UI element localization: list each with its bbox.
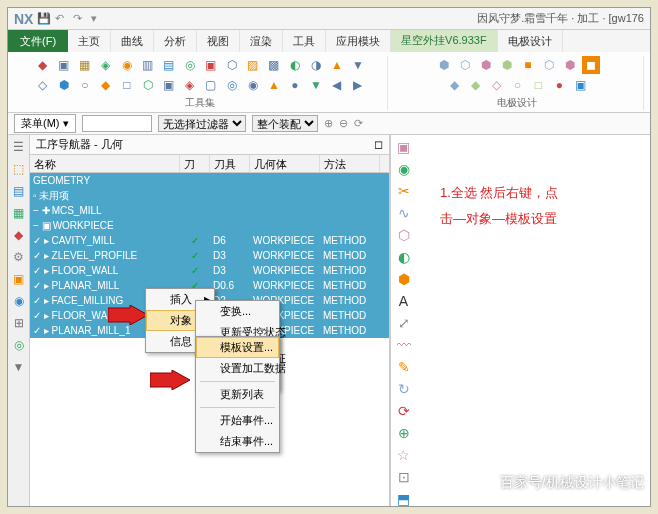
ctx-start[interactable]: 开始事件... bbox=[196, 410, 279, 431]
context-menu-3[interactable]: 模板设置... 设置加工数据 更新列表 开始事件... 结束事件... bbox=[195, 336, 280, 453]
tree-node[interactable]: − ▣ WORKPIECE bbox=[30, 218, 389, 233]
tab-view[interactable]: 视图 bbox=[197, 30, 240, 52]
tree-node[interactable]: ▫ 未用项 bbox=[30, 188, 389, 203]
view-icon[interactable]: ✎ bbox=[394, 359, 414, 375]
view-icon[interactable]: ↻ bbox=[394, 381, 414, 397]
ribbon-icon[interactable]: ▣ bbox=[160, 76, 178, 94]
nav-icon[interactable]: ⚙ bbox=[11, 249, 27, 265]
view-icon[interactable]: ✂ bbox=[394, 183, 414, 199]
tab-home[interactable]: 主页 bbox=[68, 30, 111, 52]
ribbon-icon[interactable]: □ bbox=[529, 76, 547, 94]
view-icon[interactable]: ◐ bbox=[394, 249, 414, 265]
nav-icon[interactable]: ◉ bbox=[11, 293, 27, 309]
scope-select[interactable]: 整个装配 bbox=[252, 115, 318, 132]
ribbon-icon[interactable]: ⬢ bbox=[55, 76, 73, 94]
ribbon-icon[interactable]: ▣ bbox=[571, 76, 589, 94]
nav-icon[interactable]: ◎ bbox=[11, 337, 27, 353]
nav-icon[interactable]: ⬚ bbox=[11, 161, 27, 177]
ribbon-icon[interactable]: ◆ bbox=[34, 56, 52, 74]
ribbon-icon[interactable]: ● bbox=[286, 76, 304, 94]
view-icon[interactable]: ⟳ bbox=[394, 403, 414, 419]
ctx-transform[interactable]: 变换... bbox=[196, 301, 279, 322]
view-icon[interactable]: 〰 bbox=[394, 337, 414, 353]
toolbar-icon[interactable]: ⊖ bbox=[339, 117, 348, 130]
menu-dropdown[interactable]: 菜单(M) ▾ bbox=[14, 114, 76, 133]
ribbon-icon[interactable]: ⬡ bbox=[540, 56, 558, 74]
ribbon-icon[interactable]: ▣ bbox=[55, 56, 73, 74]
ribbon-icon[interactable]: ◇ bbox=[487, 76, 505, 94]
view-icon[interactable]: ⊕ bbox=[394, 425, 414, 441]
ribbon-icon[interactable]: ◈ bbox=[97, 56, 115, 74]
tree-operation[interactable]: ✓ ▸ CAVITY_MILL✓D6WORKPIECEMETHOD bbox=[30, 233, 389, 248]
col-geom[interactable]: 几何体 bbox=[250, 155, 320, 172]
col-tool[interactable]: 刀具 bbox=[210, 155, 250, 172]
view-icon[interactable]: ⬒ bbox=[394, 491, 414, 506]
view-icon[interactable]: ☆ bbox=[394, 447, 414, 463]
view-icon[interactable]: ⬢ bbox=[394, 271, 414, 287]
ribbon-icon[interactable]: ⬢ bbox=[498, 56, 516, 74]
ribbon-icon[interactable]: ▢ bbox=[202, 76, 220, 94]
ribbon-icon[interactable]: ◀ bbox=[328, 76, 346, 94]
ctx-template[interactable]: 模板设置... bbox=[196, 337, 279, 358]
view-icon[interactable]: A bbox=[394, 293, 414, 309]
tree-operation[interactable]: ✓ ▸ ZLEVEL_PROFILE✓D3WORKPIECEMETHOD bbox=[30, 248, 389, 263]
ribbon-icon[interactable]: ◇ bbox=[34, 76, 52, 94]
ctx-end[interactable]: 结束事件... bbox=[196, 431, 279, 452]
ribbon-icon[interactable]: ⬢ bbox=[561, 56, 579, 74]
nav-icon[interactable]: ◆ bbox=[11, 227, 27, 243]
ribbon-icon[interactable]: ⬡ bbox=[139, 76, 157, 94]
ribbon-icon[interactable]: ● bbox=[550, 76, 568, 94]
ribbon-icon[interactable]: ◉ bbox=[118, 56, 136, 74]
tab-plugin[interactable]: 星空外挂V6.933F bbox=[391, 30, 498, 52]
tab-electrode[interactable]: 电极设计 bbox=[498, 30, 563, 52]
ribbon-icon[interactable]: ◈ bbox=[181, 76, 199, 94]
nav-icon[interactable]: ▼ bbox=[11, 359, 27, 375]
ribbon-icon[interactable]: ◼ bbox=[582, 56, 600, 74]
nav-icon[interactable]: ⊞ bbox=[11, 315, 27, 331]
ribbon-icon[interactable]: ◐ bbox=[286, 56, 304, 74]
ribbon-icon[interactable]: ○ bbox=[76, 76, 94, 94]
ribbon-icon[interactable]: ▶ bbox=[349, 76, 367, 94]
view-icon[interactable]: ◉ bbox=[394, 161, 414, 177]
ribbon-icon[interactable]: ▩ bbox=[265, 56, 283, 74]
view-icon[interactable]: ⬡ bbox=[394, 227, 414, 243]
ribbon-icon[interactable]: ○ bbox=[508, 76, 526, 94]
ribbon-icon[interactable]: ◆ bbox=[97, 76, 115, 94]
ribbon-icon[interactable]: ▼ bbox=[307, 76, 325, 94]
ribbon-icon[interactable]: ◉ bbox=[244, 76, 262, 94]
save-icon[interactable]: 💾 bbox=[37, 12, 51, 26]
view-icon[interactable]: ⊡ bbox=[394, 469, 414, 485]
tab-analysis[interactable]: 分析 bbox=[154, 30, 197, 52]
ribbon-icon[interactable]: ▣ bbox=[202, 56, 220, 74]
ribbon-icon[interactable]: ▼ bbox=[349, 56, 367, 74]
ribbon-icon[interactable]: ▨ bbox=[244, 56, 262, 74]
tree-operation[interactable]: ✓ ▸ FLOOR_WALL✓D3WORKPIECEMETHOD bbox=[30, 263, 389, 278]
ribbon-icon[interactable]: ◆ bbox=[445, 76, 463, 94]
view-icon[interactable]: ∿ bbox=[394, 205, 414, 221]
undo-icon[interactable]: ↶ bbox=[55, 12, 69, 26]
pin-icon[interactable]: ◻ bbox=[374, 138, 383, 151]
col-track[interactable]: 刀轨 bbox=[180, 155, 210, 172]
tree-root[interactable]: GEOMETRY bbox=[30, 173, 389, 188]
col-name[interactable]: 名称 bbox=[30, 155, 180, 172]
ribbon-icon[interactable]: ▦ bbox=[76, 56, 94, 74]
redo-icon[interactable]: ↷ bbox=[73, 12, 87, 26]
nav-icon[interactable]: ▤ bbox=[11, 183, 27, 199]
view-icon[interactable]: ⤢ bbox=[394, 315, 414, 331]
ctx-machdata[interactable]: 设置加工数据 bbox=[196, 358, 279, 379]
nav-icon[interactable]: ▦ bbox=[11, 205, 27, 221]
tab-curve[interactable]: 曲线 bbox=[111, 30, 154, 52]
search-input[interactable] bbox=[82, 115, 152, 132]
ribbon-icon[interactable]: ■ bbox=[519, 56, 537, 74]
more-icon[interactable]: ▾ bbox=[91, 12, 105, 26]
ribbon-icon[interactable]: ◎ bbox=[181, 56, 199, 74]
ribbon-icon[interactable]: □ bbox=[118, 76, 136, 94]
ribbon-icon[interactable]: ◑ bbox=[307, 56, 325, 74]
file-menu[interactable]: 文件(F) bbox=[8, 30, 68, 52]
col-method[interactable]: 方法 bbox=[320, 155, 380, 172]
tree-node[interactable]: − ✚ MCS_MILL bbox=[30, 203, 389, 218]
toolbar-icon[interactable]: ⊕ bbox=[324, 117, 333, 130]
ribbon-icon[interactable]: ⬢ bbox=[435, 56, 453, 74]
nav-icon[interactable]: ☰ bbox=[11, 139, 27, 155]
view-icon[interactable]: ▣ bbox=[394, 139, 414, 155]
